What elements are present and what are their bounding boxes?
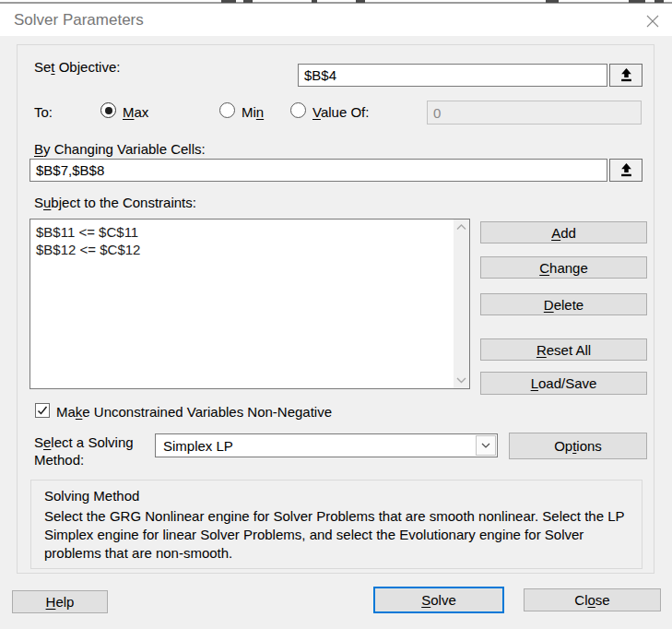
change-button[interactable]: Change xyxy=(480,256,647,279)
background-artifact xyxy=(312,0,317,3)
variable-cells-label: By Changing Variable Cells: xyxy=(34,141,206,157)
constraint-item[interactable]: $B$11 <= $C$11 xyxy=(30,223,469,241)
scroll-down-button[interactable] xyxy=(454,373,469,388)
solving-method-selected-value: Simplex LP xyxy=(156,438,476,454)
background-artifact xyxy=(221,0,236,3)
to-label: To: xyxy=(34,104,53,120)
constraint-item[interactable]: $B$12 <= $C$12 xyxy=(30,241,469,258)
non-negative-checkbox[interactable] xyxy=(35,403,50,418)
background-artifact xyxy=(629,0,645,3)
variable-cells-input[interactable]: $B$7,$B$8 xyxy=(29,159,607,182)
radio-min[interactable] xyxy=(219,102,235,118)
scroll-up-button[interactable] xyxy=(454,220,469,235)
chevron-up-icon xyxy=(456,224,466,231)
chevron-down-icon xyxy=(456,377,466,384)
value-of-input: 0 xyxy=(427,101,642,125)
background-artifact xyxy=(356,0,365,3)
close-dialog-button[interactable]: Close xyxy=(524,588,661,611)
objective-input[interactable]: $B$4 xyxy=(298,64,607,87)
constraints-listbox[interactable]: $B$11 <= $C$11 $B$12 <= $C$12 xyxy=(29,219,470,389)
reset-all-button[interactable]: Reset All xyxy=(480,338,647,361)
add-button[interactable]: Add xyxy=(480,221,647,243)
solving-method-label-line1: Select a Solving xyxy=(34,434,134,450)
solving-method-label-line2: Method: xyxy=(34,452,84,468)
set-objective-label: Set Objective: xyxy=(34,59,120,75)
solving-method-info-title: Solving Method xyxy=(44,488,139,504)
non-negative-label: Make Unconstrained Variables Non-Negativ… xyxy=(56,404,332,420)
solving-method-dropdown[interactable]: Simplex LP xyxy=(155,433,498,457)
chevron-down-icon xyxy=(481,443,490,448)
solver-parameters-dialog: Solver Parameters Set Objective: $B$4 To… xyxy=(0,0,672,629)
constraints-label: Subject to the Constraints: xyxy=(34,195,196,210)
background-artifact xyxy=(243,0,253,3)
close-button[interactable] xyxy=(639,8,666,33)
radio-max[interactable] xyxy=(100,102,116,118)
solving-method-info-box: Solving Method Select the GRG Nonlinear … xyxy=(30,480,643,569)
radio-min-label: Min xyxy=(242,104,264,120)
dropdown-arrow-button[interactable] xyxy=(476,435,496,456)
collapse-dialog-up-arrow-icon xyxy=(619,68,633,82)
objective-range-selector-button[interactable] xyxy=(609,64,643,87)
load-save-button[interactable]: Load/Save xyxy=(480,372,647,395)
title-bar: Solver Parameters xyxy=(0,5,672,36)
radio-max-label: Max xyxy=(123,104,148,120)
help-button[interactable]: Help xyxy=(12,590,108,613)
solve-button[interactable]: Solve xyxy=(373,587,504,613)
options-button[interactable]: Options xyxy=(509,433,647,459)
dialog-title: Solver Parameters xyxy=(14,5,144,36)
close-icon xyxy=(646,15,659,28)
checkmark-icon xyxy=(37,405,48,416)
radio-dot xyxy=(105,107,112,114)
solving-method-info-description: Select the GRG Nonlinear engine for Solv… xyxy=(44,507,631,563)
radio-value-of-label: Value Of: xyxy=(312,104,369,120)
dialog-top-border xyxy=(0,2,672,4)
constraints-scrollbar[interactable] xyxy=(454,220,469,388)
radio-value-of[interactable] xyxy=(290,102,306,118)
delete-button[interactable]: Delete xyxy=(480,293,647,315)
collapse-dialog-up-arrow-icon xyxy=(619,163,633,177)
variable-cells-range-selector-button[interactable] xyxy=(609,159,643,182)
background-artifact xyxy=(546,0,559,3)
background-artifact xyxy=(654,0,664,3)
